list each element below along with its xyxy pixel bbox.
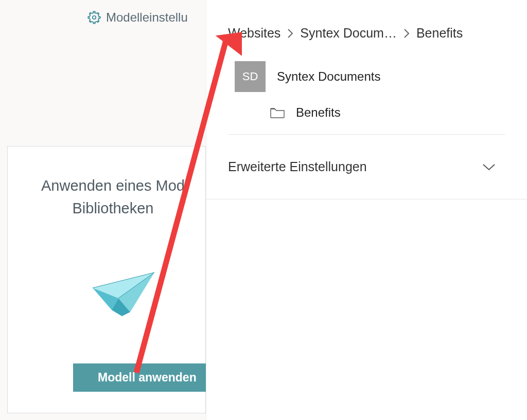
breadcrumb-site[interactable]: Syntex Docum… [300,26,397,41]
model-settings-label: Modelleinstellu [106,10,188,25]
gear-icon [87,11,101,24]
site-name-label: Syntex Documents [277,69,380,84]
site-row: SD Syntex Documents [206,41,527,92]
breadcrumb-library[interactable]: Benefits [416,26,463,41]
advanced-settings-label: Erweiterte Einstellungen [228,159,367,174]
apply-model-card: Anwenden eines Mod Bibliotheken Modell a… [7,146,206,413]
paper-plane-icon [90,270,157,319]
card-heading: Anwenden eines Mod Bibliotheken [8,175,205,220]
chevron-down-icon [482,162,496,172]
advanced-settings-accordion[interactable]: Erweiterte Einstellungen [206,135,527,199]
apply-model-button-label: Modell anwenden [98,371,197,385]
breadcrumb-websites[interactable]: Websites [228,26,280,41]
apply-panel: Websites Syntex Docum… Benefits SD Synte… [206,0,527,420]
apply-model-button[interactable]: Modell anwenden [73,363,215,392]
site-badge: SD [235,61,266,92]
breadcrumb: Websites Syntex Docum… Benefits [206,0,527,41]
svg-point-0 [93,16,96,20]
model-settings-link[interactable]: Modelleinstellu [87,10,188,25]
card-heading-line1: Anwenden eines Mod [41,177,185,194]
card-heading-line2: Bibliotheken [73,200,154,216]
library-name-label: Benefits [296,105,341,120]
main-content: Modelleinstellu Anwenden eines Mod Bibli… [0,0,206,420]
library-row[interactable]: Benefits [228,92,505,135]
folder-icon [270,107,285,118]
chevron-right-icon [403,28,410,39]
chevron-right-icon [287,28,294,39]
